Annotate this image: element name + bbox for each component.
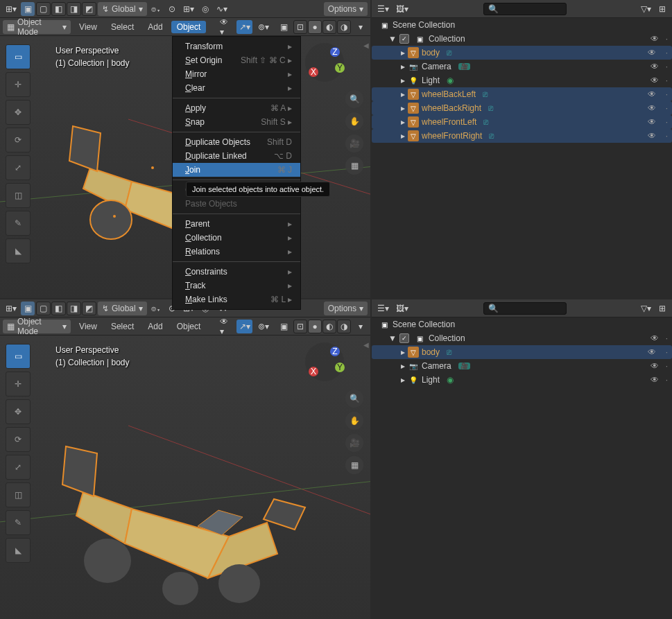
viewport-3d-2[interactable] bbox=[0, 335, 370, 619]
overlay-icon[interactable]: ⊚▾ bbox=[255, 20, 271, 34]
gizmo-icon[interactable]: ↗▾ bbox=[236, 20, 252, 34]
tool-move[interactable]: ✥ bbox=[6, 100, 31, 125]
xray-icon[interactable]: ▣ bbox=[277, 20, 291, 34]
menu-select-2[interactable]: Select bbox=[105, 320, 139, 333]
outliner-row-scene[interactable]: ▣Scene Collection bbox=[372, 317, 672, 331]
outliner-type-icon[interactable]: ☰▾ bbox=[374, 2, 392, 16]
render-shade-icon-2[interactable]: ◑ bbox=[337, 320, 351, 333]
outliner-search-input-2[interactable] bbox=[501, 304, 557, 313]
pan-orb-icon[interactable]: ✋ bbox=[345, 112, 363, 130]
outliner-row-camera[interactable]: ▸ 📷Camera🎥👁· bbox=[372, 359, 672, 373]
editor-type-icon-2[interactable]: ⊞▾ bbox=[3, 302, 19, 315]
outliner-search[interactable]: 🔍 bbox=[483, 3, 567, 15]
outliner-row-light[interactable]: ▸ 💡Light◉👁· bbox=[372, 373, 672, 387]
tool-select-box[interactable]: ▭ bbox=[6, 44, 31, 69]
outliner-row-light[interactable]: ▸ 💡Light◉👁· bbox=[372, 73, 672, 87]
menu-item-snap[interactable]: SnapShift S ▸ bbox=[173, 115, 300, 129]
menu-item-constraints[interactable]: Constraints▸ bbox=[173, 265, 300, 279]
new-collection-icon[interactable]: ⊞ bbox=[655, 2, 669, 16]
outliner-type-icon-2[interactable]: ☰▾ bbox=[374, 302, 392, 315]
outliner-row-camera[interactable]: ▸ 📷Camera🎥👁· bbox=[372, 60, 672, 73]
menu-item-join[interactable]: Join⌘ J bbox=[173, 163, 300, 177]
outliner-row-collection[interactable]: ▼ ✓▣Collection👁· bbox=[372, 331, 672, 345]
menu-view[interactable]: View bbox=[74, 21, 103, 33]
zoom-orb-icon-2[interactable]: 🔍 bbox=[345, 390, 363, 408]
tool-rotate[interactable]: ⟳ bbox=[6, 128, 31, 152]
menu-item-relations[interactable]: Relations▸ bbox=[173, 245, 300, 259]
menu-item-make-links[interactable]: Make Links⌘ L ▸ bbox=[173, 293, 300, 306]
menu-add[interactable]: Add bbox=[142, 21, 168, 33]
outliner-row-wheelfrontleft[interactable]: ▸ ▽wheelFrontLeft⎚👁· bbox=[372, 115, 672, 129]
prop-edit-icon[interactable]: ◎ bbox=[198, 2, 212, 16]
shade-options-icon[interactable]: ▾ bbox=[354, 20, 368, 34]
menu-item-duplicate-linked[interactable]: Duplicate Linked⌥ D bbox=[173, 149, 300, 163]
tool-scale-2[interactable]: ⤢ bbox=[6, 455, 31, 480]
outliner-search-2[interactable]: 🔍 bbox=[483, 302, 567, 315]
menu-item-collection[interactable]: Collection▸ bbox=[173, 231, 300, 245]
selmode-4-icon-2[interactable]: ◩ bbox=[82, 302, 96, 315]
solid-shade-icon-2[interactable]: ● bbox=[308, 320, 322, 333]
menu-object[interactable]: Object bbox=[171, 21, 207, 33]
visibility-icon[interactable]: 👁▾ bbox=[217, 20, 234, 34]
collapse-chevron-icon[interactable]: ◀ bbox=[363, 42, 369, 49]
editor-type-icon[interactable]: ⊞▾ bbox=[3, 2, 19, 16]
falloff-icon[interactable]: ∿▾ bbox=[214, 2, 230, 16]
tool-scale[interactable]: ⤢ bbox=[6, 155, 31, 180]
tool-transform[interactable]: ◫ bbox=[6, 183, 31, 208]
selmode-2-icon-2[interactable]: ◧ bbox=[51, 302, 66, 315]
camera-orb-icon-2[interactable]: 🎥 bbox=[345, 434, 363, 452]
matprev-shade-icon[interactable]: ◐ bbox=[322, 20, 336, 34]
shade-options-icon-2[interactable]: ▾ bbox=[354, 320, 368, 333]
overlay-icon-2[interactable]: ⊚▾ bbox=[255, 320, 271, 333]
menu-item-transform[interactable]: Transform▸ bbox=[173, 40, 300, 53]
selmode-4-icon[interactable]: ◩ bbox=[82, 2, 96, 16]
mode-dropdown-2[interactable]: ▦ Object Mode ▾ bbox=[3, 320, 71, 333]
selmode-2-icon[interactable]: ◧ bbox=[51, 2, 66, 16]
persp-orb-icon[interactable]: ▦ bbox=[345, 157, 363, 175]
selmode-1-icon[interactable]: ▢ bbox=[36, 2, 51, 16]
outliner-row-collection[interactable]: ▼ ✓▣Collection👁· bbox=[372, 32, 672, 46]
menu-item-paste-objects[interactable]: Paste Objects bbox=[173, 197, 300, 211]
menu-view-2[interactable]: View bbox=[74, 320, 103, 333]
solid-shade-icon[interactable]: ● bbox=[308, 20, 322, 34]
camera-orb-icon[interactable]: 🎥 bbox=[345, 134, 363, 152]
tool-measure[interactable]: ◣ bbox=[6, 238, 31, 263]
new-collection-icon-2[interactable]: ⊞ bbox=[655, 302, 669, 315]
pan-orb-icon-2[interactable]: ✋ bbox=[345, 412, 363, 430]
outliner-row-body[interactable]: ▸ ▽body⎚👁· bbox=[372, 345, 672, 359]
orientation-dropdown[interactable]: ↯ Global ▾ bbox=[98, 2, 147, 16]
selmode-3-icon[interactable]: ◨ bbox=[67, 2, 81, 16]
outliner-tree-2[interactable]: ▣Scene Collection▼ ✓▣Collection👁·▸ ▽body… bbox=[372, 317, 672, 619]
tool-select-box-2[interactable]: ▭ bbox=[6, 344, 31, 369]
pivot-icon-2[interactable]: ⌾▾ bbox=[148, 302, 164, 315]
options-dropdown[interactable]: Options ▾ bbox=[324, 2, 368, 16]
tool-rotate-2[interactable]: ⟳ bbox=[6, 427, 31, 452]
menu-item-clear[interactable]: Clear▸ bbox=[173, 81, 300, 95]
menu-object-2[interactable]: Object bbox=[171, 320, 207, 333]
menu-item-parent[interactable]: Parent▸ bbox=[173, 217, 300, 231]
tool-cursor-2[interactable]: ✛ bbox=[6, 372, 31, 396]
menu-item-apply[interactable]: Apply⌘ A ▸ bbox=[173, 101, 300, 115]
snap-target-icon[interactable]: ⊞▾ bbox=[180, 2, 197, 16]
tool-cursor[interactable]: ✛ bbox=[6, 72, 31, 97]
zoom-orb-icon[interactable]: 🔍 bbox=[345, 90, 363, 108]
display-mode-icon[interactable]: 🖼▾ bbox=[393, 2, 411, 16]
tool-move-2[interactable]: ✥ bbox=[6, 399, 31, 424]
snap-toggle-icon[interactable]: ⊙ bbox=[165, 2, 179, 16]
collapse-chevron-icon-2[interactable]: ◀ bbox=[363, 341, 369, 349]
matprev-shade-icon-2[interactable]: ◐ bbox=[322, 320, 336, 333]
gizmo-icon-2[interactable]: ↗▾ bbox=[236, 320, 252, 333]
outliner-row-body[interactable]: ▸ ▽body⎚👁· bbox=[372, 46, 672, 60]
mode-dropdown[interactable]: ▦ Object Mode ▾ bbox=[3, 20, 71, 34]
render-shade-icon[interactable]: ◑ bbox=[337, 20, 351, 34]
outliner-tree[interactable]: ▣Scene Collection▼ ✓▣Collection👁·▸ ▽body… bbox=[372, 18, 672, 298]
outliner-row-wheelbackleft[interactable]: ▸ ▽wheelBackLeft⎚👁· bbox=[372, 87, 672, 101]
filter-icon[interactable]: ▽▾ bbox=[638, 2, 654, 16]
tool-select-icon-2[interactable]: ▣ bbox=[21, 302, 35, 315]
menu-item-mirror[interactable]: Mirror▸ bbox=[173, 67, 300, 81]
tool-measure-2[interactable]: ◣ bbox=[6, 538, 31, 563]
outliner-row-wheelbackright[interactable]: ▸ ▽wheelBackRight⎚👁· bbox=[372, 101, 672, 115]
wire-shade-icon-2[interactable]: ⊡ bbox=[293, 320, 307, 333]
menu-item-set-origin[interactable]: Set OriginShift ⇧ ⌘ C ▸ bbox=[173, 53, 300, 67]
orientation-dropdown-2[interactable]: ↯ Global ▾ bbox=[98, 302, 147, 315]
